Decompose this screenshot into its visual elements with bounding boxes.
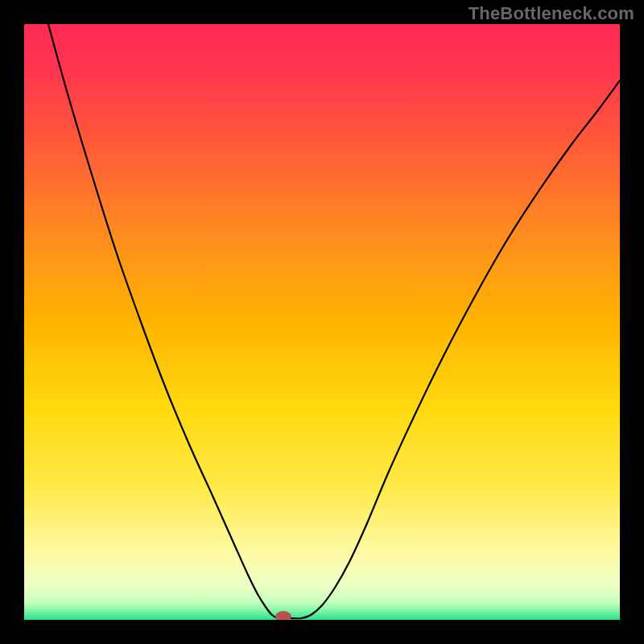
chart-frame: TheBottleneck.com	[0, 0, 644, 644]
watermark-text: TheBottleneck.com	[469, 3, 634, 24]
gradient-background	[24, 24, 620, 620]
plot-area	[24, 24, 620, 620]
chart-canvas	[24, 24, 620, 620]
